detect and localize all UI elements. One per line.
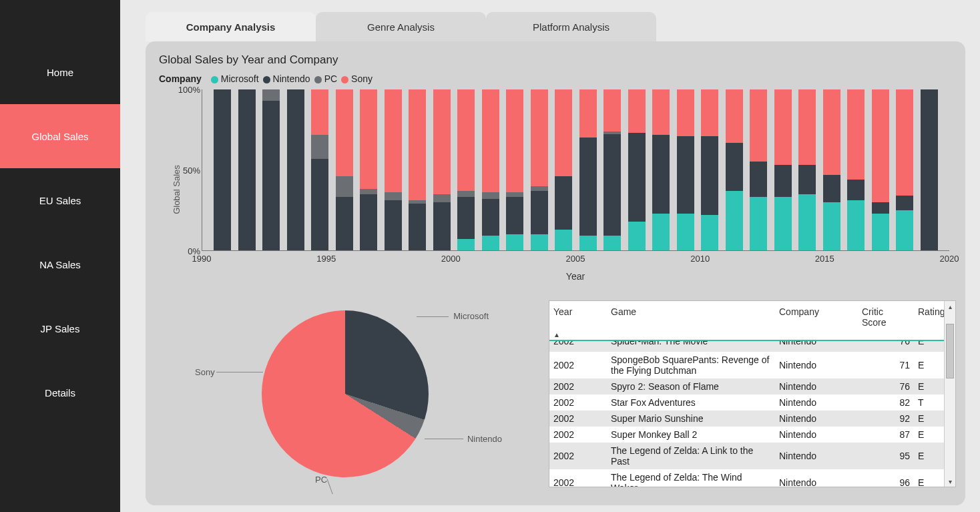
sidebar-item-na-sales[interactable]: NA Sales	[0, 232, 120, 296]
bar-segment	[750, 89, 767, 162]
bar-1993	[259, 89, 284, 250]
sidebar-item-eu-sales[interactable]: EU Sales	[0, 168, 120, 232]
bar-segment	[482, 236, 499, 250]
tab-genre-analysis[interactable]: Genre Analysis	[316, 12, 486, 41]
sidebar: HomeGlobal SalesEU SalesNA SalesJP Sales…	[0, 0, 120, 512]
cell-score: 92	[858, 411, 914, 427]
bar-segment	[433, 194, 451, 202]
table-row[interactable]: 2002SpongeBob SquarePants: Revenge of th…	[549, 352, 955, 378]
tab-platform-analysis[interactable]: Platform Analysis	[486, 12, 656, 41]
table-row[interactable]: 2002Star Fox AdventuresNintendo82T	[549, 395, 955, 411]
bar-segment	[726, 143, 743, 191]
legend-name-nintendo: Nintendo	[273, 73, 310, 84]
bar-1998	[381, 89, 406, 250]
th-critic-score[interactable]: Critic Score	[858, 301, 914, 340]
scroll-track[interactable]	[945, 312, 955, 476]
cell-score: 87	[858, 427, 914, 443]
bar-segment	[433, 89, 451, 194]
cell-company: Nintendo	[775, 475, 858, 487]
bar-segment	[531, 234, 548, 250]
table-row[interactable]: 2002Spyro 2: Season of FlameNintendo76E	[549, 378, 955, 395]
scroll-down-icon[interactable]: ▾	[945, 476, 955, 487]
bar-segment	[823, 202, 840, 250]
cell-game: Spider-Man: The Movie	[607, 341, 775, 346]
cell-year: 2002	[549, 448, 607, 464]
bar-segment	[457, 89, 475, 191]
bar-segment	[677, 214, 694, 250]
bar-1999	[405, 89, 430, 250]
bar-segment	[652, 89, 670, 134]
table-body: 2002Spider-Man: The MovieNintendo76E2002…	[549, 341, 955, 487]
main-pane: Company AnalysisGenre AnalysisPlatform A…	[120, 0, 980, 512]
y-tick: 100%	[163, 85, 200, 95]
x-tick: 2020	[940, 254, 959, 264]
bar-2010	[674, 89, 698, 250]
sidebar-item-jp-sales[interactable]: JP Sales	[0, 296, 120, 360]
bar-segment	[847, 180, 865, 200]
bar-segment	[652, 135, 670, 214]
legend-swatch-sony	[341, 76, 348, 83]
table-row[interactable]: 2002Super Monkey Ball 2Nintendo87E	[549, 427, 955, 443]
bar-segment	[311, 159, 328, 250]
bar-segment	[262, 101, 280, 250]
cell-year: 2002	[549, 427, 607, 443]
pie-label-microsoft: Microsoft	[453, 311, 489, 321]
cell-game: Super Monkey Ball 2	[607, 427, 775, 443]
scroll-up-icon[interactable]: ▴	[945, 301, 955, 312]
x-tick: 2010	[690, 254, 710, 264]
th-company[interactable]: Company	[775, 301, 858, 340]
th-year[interactable]: Year▲	[549, 301, 607, 340]
table-scrollbar[interactable]: ▴ ▾	[944, 301, 955, 487]
stacked-bar-chart: Global Sales 0%50%100% 19901995200020052…	[155, 89, 956, 290]
bar-segment	[823, 175, 840, 202]
cell-game: Star Fox Adventures	[607, 395, 775, 411]
cell-score: 76	[858, 378, 914, 395]
table-row[interactable]: 2002Super Mario SunshineNintendo92E	[549, 411, 955, 427]
bar-2000	[430, 89, 455, 250]
bar-1995	[308, 89, 332, 250]
cell-company: Nintendo	[775, 357, 858, 373]
bar-segment	[701, 215, 718, 250]
bar-2007	[600, 89, 625, 250]
bar-segment	[457, 191, 475, 198]
pie-label-nintendo: Nintendo	[467, 434, 502, 444]
plot-area	[202, 89, 949, 251]
th-game[interactable]: Game	[607, 301, 775, 340]
tab-company-analysis[interactable]: Company Analysis	[146, 12, 316, 41]
bar-segment	[798, 89, 816, 165]
cell-score: 71	[858, 357, 914, 373]
bar-2019	[893, 89, 917, 250]
bar-1996	[332, 89, 357, 250]
bar-1997	[356, 89, 381, 250]
bar-segment	[336, 176, 353, 197]
table-row[interactable]: 2002The Legend of Zelda: A Link to the P…	[549, 443, 955, 469]
sort-asc-icon: ▲	[553, 331, 560, 338]
bar-segment	[409, 89, 426, 200]
cell-company: Nintendo	[775, 448, 858, 464]
cell-year: 2002	[549, 341, 607, 346]
bar-segment	[433, 202, 451, 250]
legend-name-sony: Sony	[351, 73, 373, 84]
chart-title: Global Sales by Year and Company	[159, 53, 956, 67]
bar-2008	[625, 89, 650, 250]
x-axis-ticks: 1990199520002005201020152020	[202, 254, 949, 266]
bar-2005	[551, 89, 576, 250]
bar-2001	[454, 89, 479, 250]
scroll-thumb[interactable]	[946, 324, 954, 378]
bar-2014	[771, 89, 796, 250]
bar-2011	[698, 89, 722, 250]
bar-segment	[872, 214, 889, 250]
sidebar-item-global-sales[interactable]: Global Sales	[0, 104, 120, 168]
bar-2017	[844, 89, 869, 250]
bar-segment	[287, 89, 304, 250]
bar-2009	[649, 89, 674, 250]
bar-segment	[921, 89, 938, 250]
table-row[interactable]: 2002Spider-Man: The MovieNintendo76E	[549, 341, 955, 352]
table-row[interactable]: 2002The Legend of Zelda: The Wind WakerN…	[549, 469, 955, 487]
bar-1991	[210, 89, 235, 250]
bar-segment	[750, 162, 767, 197]
lower-row: Microsoft Nintendo PC Sony Year▲ Game Co…	[155, 300, 956, 487]
sidebar-item-details[interactable]: Details	[0, 360, 120, 425]
bar-2015	[795, 89, 820, 250]
sidebar-item-home[interactable]: Home	[0, 40, 120, 104]
